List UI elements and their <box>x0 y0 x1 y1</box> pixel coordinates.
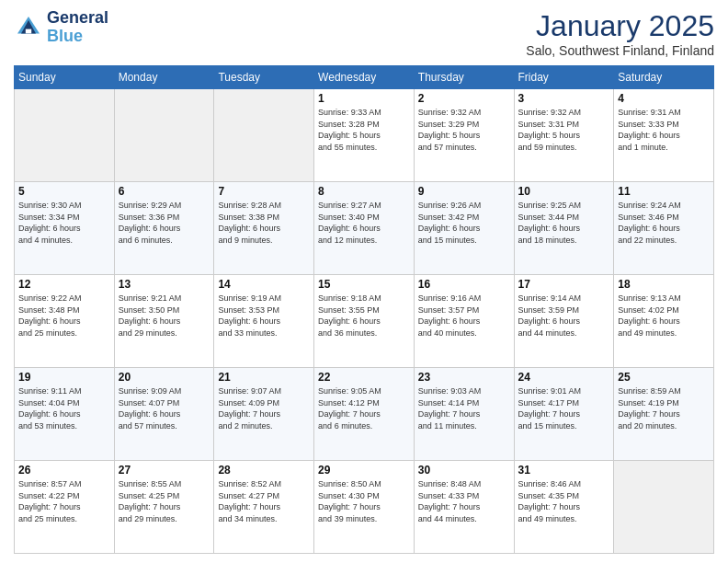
day-cell: 27Sunrise: 8:55 AM Sunset: 4:25 PM Dayli… <box>114 461 214 554</box>
day-info: Sunrise: 9:19 AM Sunset: 3:53 PM Dayligh… <box>218 293 310 339</box>
day-info: Sunrise: 9:32 AM Sunset: 3:29 PM Dayligh… <box>418 107 510 153</box>
day-cell: 20Sunrise: 9:09 AM Sunset: 4:07 PM Dayli… <box>114 368 214 461</box>
day-header-wednesday: Wednesday <box>314 66 415 89</box>
day-cell: 2Sunrise: 9:32 AM Sunset: 3:29 PM Daylig… <box>414 89 514 182</box>
day-header-friday: Friday <box>514 66 614 89</box>
day-cell: 24Sunrise: 9:01 AM Sunset: 4:17 PM Dayli… <box>514 368 614 461</box>
day-cell: 19Sunrise: 9:11 AM Sunset: 4:04 PM Dayli… <box>15 368 115 461</box>
day-cell: 6Sunrise: 9:29 AM Sunset: 3:36 PM Daylig… <box>114 182 214 275</box>
day-info: Sunrise: 9:21 AM Sunset: 3:50 PM Dayligh… <box>119 293 210 339</box>
day-cell: 11Sunrise: 9:24 AM Sunset: 3:46 PM Dayli… <box>614 182 714 275</box>
day-header-monday: Monday <box>114 66 214 89</box>
day-number: 18 <box>618 278 710 291</box>
day-number: 4 <box>618 92 710 105</box>
day-cell: 30Sunrise: 8:48 AM Sunset: 4:33 PM Dayli… <box>414 461 514 554</box>
day-cell: 16Sunrise: 9:16 AM Sunset: 3:57 PM Dayli… <box>414 275 514 368</box>
day-cell: 7Sunrise: 9:28 AM Sunset: 3:38 PM Daylig… <box>214 182 314 275</box>
week-row-5: 26Sunrise: 8:57 AM Sunset: 4:22 PM Dayli… <box>15 461 714 554</box>
day-cell: 9Sunrise: 9:26 AM Sunset: 3:42 PM Daylig… <box>414 182 514 275</box>
day-info: Sunrise: 9:11 AM Sunset: 4:04 PM Dayligh… <box>18 385 110 431</box>
location: Salo, Southwest Finland, Finland <box>526 43 714 58</box>
day-info: Sunrise: 8:57 AM Sunset: 4:22 PM Dayligh… <box>18 478 110 524</box>
title-block: January 2025 Salo, Southwest Finland, Fi… <box>526 9 714 58</box>
day-info: Sunrise: 9:16 AM Sunset: 3:57 PM Dayligh… <box>418 293 510 339</box>
day-cell: 22Sunrise: 9:05 AM Sunset: 4:12 PM Dayli… <box>314 368 415 461</box>
day-number: 28 <box>218 464 310 477</box>
day-cell: 8Sunrise: 9:27 AM Sunset: 3:40 PM Daylig… <box>314 182 415 275</box>
day-info: Sunrise: 9:31 AM Sunset: 3:33 PM Dayligh… <box>618 107 710 153</box>
month-title: January 2025 <box>526 9 714 43</box>
day-info: Sunrise: 8:52 AM Sunset: 4:27 PM Dayligh… <box>218 478 310 524</box>
day-cell: 23Sunrise: 9:03 AM Sunset: 4:14 PM Dayli… <box>414 368 514 461</box>
day-info: Sunrise: 8:48 AM Sunset: 4:33 PM Dayligh… <box>418 478 510 524</box>
day-cell: 26Sunrise: 8:57 AM Sunset: 4:22 PM Dayli… <box>15 461 115 554</box>
day-cell: 25Sunrise: 8:59 AM Sunset: 4:19 PM Dayli… <box>614 368 714 461</box>
day-number: 27 <box>119 464 210 477</box>
day-info: Sunrise: 8:55 AM Sunset: 4:25 PM Dayligh… <box>119 478 210 524</box>
day-cell: 18Sunrise: 9:13 AM Sunset: 4:02 PM Dayli… <box>614 275 714 368</box>
day-cell: 17Sunrise: 9:14 AM Sunset: 3:59 PM Dayli… <box>514 275 614 368</box>
day-cell: 28Sunrise: 8:52 AM Sunset: 4:27 PM Dayli… <box>214 461 314 554</box>
day-number: 15 <box>318 278 410 291</box>
week-row-4: 19Sunrise: 9:11 AM Sunset: 4:04 PM Dayli… <box>15 368 714 461</box>
day-number: 3 <box>518 92 610 105</box>
day-info: Sunrise: 9:30 AM Sunset: 3:34 PM Dayligh… <box>18 200 110 246</box>
day-info: Sunrise: 9:27 AM Sunset: 3:40 PM Dayligh… <box>318 200 410 246</box>
day-number: 19 <box>18 371 110 384</box>
header: General Blue January 2025 Salo, Southwes… <box>14 9 714 58</box>
day-number: 6 <box>119 185 210 198</box>
day-cell: 12Sunrise: 9:22 AM Sunset: 3:48 PM Dayli… <box>15 275 115 368</box>
day-number: 24 <box>518 371 610 384</box>
day-info: Sunrise: 9:18 AM Sunset: 3:55 PM Dayligh… <box>318 293 410 339</box>
day-number: 16 <box>418 278 510 291</box>
week-row-2: 5Sunrise: 9:30 AM Sunset: 3:34 PM Daylig… <box>15 182 714 275</box>
logo-line2: Blue <box>47 27 83 45</box>
day-number: 12 <box>18 278 110 291</box>
day-info: Sunrise: 8:46 AM Sunset: 4:35 PM Dayligh… <box>518 478 610 524</box>
day-info: Sunrise: 9:03 AM Sunset: 4:14 PM Dayligh… <box>418 385 510 431</box>
day-number: 1 <box>318 92 410 105</box>
day-header-tuesday: Tuesday <box>214 66 314 89</box>
day-number: 20 <box>119 371 210 384</box>
week-row-1: 1Sunrise: 9:33 AM Sunset: 3:28 PM Daylig… <box>15 89 714 182</box>
day-number: 5 <box>18 185 110 198</box>
day-cell: 21Sunrise: 9:07 AM Sunset: 4:09 PM Dayli… <box>214 368 314 461</box>
day-cell: 3Sunrise: 9:32 AM Sunset: 3:31 PM Daylig… <box>514 89 614 182</box>
day-info: Sunrise: 9:13 AM Sunset: 4:02 PM Dayligh… <box>618 293 710 339</box>
day-number: 11 <box>618 185 710 198</box>
day-number: 17 <box>518 278 610 291</box>
day-number: 9 <box>418 185 510 198</box>
day-info: Sunrise: 9:25 AM Sunset: 3:44 PM Dayligh… <box>518 200 610 246</box>
day-info: Sunrise: 9:09 AM Sunset: 4:07 PM Dayligh… <box>119 385 210 431</box>
day-number: 25 <box>618 371 710 384</box>
day-info: Sunrise: 9:26 AM Sunset: 3:42 PM Dayligh… <box>418 200 510 246</box>
calendar: SundayMondayTuesdayWednesdayThursdayFrid… <box>14 65 714 554</box>
day-cell <box>15 89 115 182</box>
day-cell: 15Sunrise: 9:18 AM Sunset: 3:55 PM Dayli… <box>314 275 415 368</box>
logo-icon <box>14 13 43 42</box>
day-number: 31 <box>518 464 610 477</box>
day-header-thursday: Thursday <box>414 66 514 89</box>
calendar-header-row: SundayMondayTuesdayWednesdayThursdayFrid… <box>15 66 714 89</box>
week-row-3: 12Sunrise: 9:22 AM Sunset: 3:48 PM Dayli… <box>15 275 714 368</box>
day-info: Sunrise: 9:01 AM Sunset: 4:17 PM Dayligh… <box>518 385 610 431</box>
day-number: 7 <box>218 185 310 198</box>
day-cell: 13Sunrise: 9:21 AM Sunset: 3:50 PM Dayli… <box>114 275 214 368</box>
day-cell <box>114 89 214 182</box>
day-cell: 31Sunrise: 8:46 AM Sunset: 4:35 PM Dayli… <box>514 461 614 554</box>
day-header-saturday: Saturday <box>614 66 714 89</box>
day-info: Sunrise: 9:32 AM Sunset: 3:31 PM Dayligh… <box>518 107 610 153</box>
day-info: Sunrise: 8:50 AM Sunset: 4:30 PM Dayligh… <box>318 478 410 524</box>
day-number: 23 <box>418 371 510 384</box>
day-cell <box>214 89 314 182</box>
day-info: Sunrise: 9:14 AM Sunset: 3:59 PM Dayligh… <box>518 293 610 339</box>
day-cell: 14Sunrise: 9:19 AM Sunset: 3:53 PM Dayli… <box>214 275 314 368</box>
day-number: 8 <box>318 185 410 198</box>
svg-rect-2 <box>26 29 31 33</box>
day-info: Sunrise: 8:59 AM Sunset: 4:19 PM Dayligh… <box>618 385 710 431</box>
day-info: Sunrise: 9:29 AM Sunset: 3:36 PM Dayligh… <box>119 200 210 246</box>
day-header-sunday: Sunday <box>15 66 115 89</box>
day-cell: 10Sunrise: 9:25 AM Sunset: 3:44 PM Dayli… <box>514 182 614 275</box>
logo-line1: General <box>47 9 108 28</box>
day-cell: 4Sunrise: 9:31 AM Sunset: 3:33 PM Daylig… <box>614 89 714 182</box>
